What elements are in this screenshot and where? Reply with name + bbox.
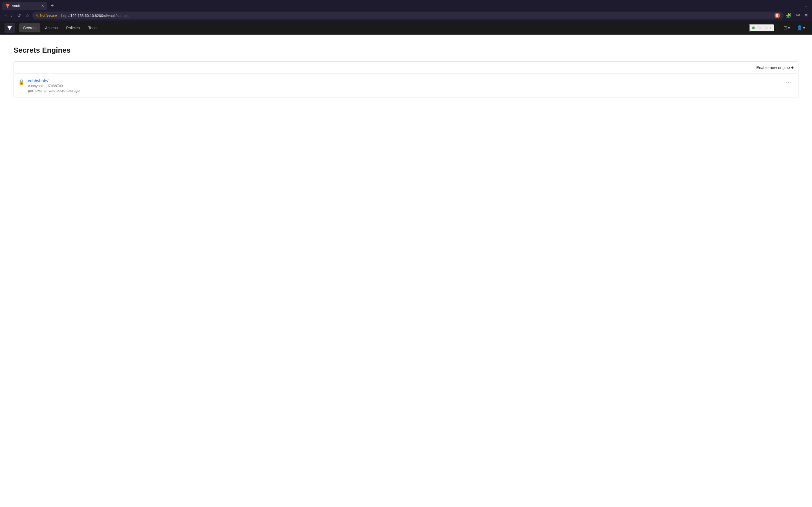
vault-nav: Secrets Access Policies Tools Status ▾ ⊡…	[0, 21, 812, 35]
engine-list: 🔒 cubbyhole/ cubbyhole_d7b887c0 per-toke…	[13, 74, 799, 98]
status-dot-icon	[752, 26, 755, 29]
engine-info: cubbyhole/ cubbyhole_d7b887c0 per-token …	[28, 78, 783, 93]
table-row: 🔒 cubbyhole/ cubbyhole_d7b887c0 per-toke…	[14, 74, 798, 97]
status-button[interactable]: Status ▾	[749, 24, 774, 32]
tab-close-button[interactable]: ×	[42, 4, 44, 8]
engine-id: cubbyhole_d7b887c0	[28, 83, 783, 88]
url-separator: |	[59, 13, 60, 18]
engine-name-link[interactable]: cubbyhole/	[28, 78, 49, 83]
url-prefix: http://	[61, 13, 70, 18]
browser-chrome: Vault × + ⌄ ‹ › ↺ ☆ ⚠ Not Secure | http:…	[0, 0, 812, 21]
display-icon: ⊡	[783, 25, 787, 31]
shields-button[interactable]: 👁	[795, 12, 802, 19]
engine-description: per-token private secret storage	[28, 89, 783, 93]
warning-icon: ⚠	[36, 13, 39, 18]
tab-title: Vault	[12, 4, 39, 8]
new-tab-button[interactable]: +	[49, 2, 56, 10]
url-port: :8200	[94, 13, 103, 18]
brave-shield-icon: B	[774, 13, 780, 18]
url-display: http://192.168.60.10:8200/ui/vault/secre…	[61, 13, 772, 18]
vault-logo[interactable]	[4, 23, 15, 33]
reload-button[interactable]: ↺	[15, 12, 22, 19]
enable-engine-label: Enable new engine	[756, 65, 790, 70]
main-content: Secrets Engines Enable new engine + 🔒 cu…	[0, 35, 812, 507]
vault-triangle-icon	[7, 25, 12, 30]
tab-bar: Vault × + ⌄	[0, 0, 812, 10]
browser-right-controls: 🧩 👁 ≡	[784, 12, 809, 19]
active-tab[interactable]: Vault ×	[2, 2, 47, 10]
display-options-button[interactable]: ⊡ ▾	[781, 24, 792, 32]
not-secure-label: Not Secure	[40, 13, 57, 17]
plus-icon: +	[791, 65, 794, 70]
status-dropdown-icon: ▾	[769, 25, 771, 30]
user-icon: 👤	[797, 25, 802, 31]
not-secure-indicator: ⚠ Not Secure	[36, 13, 57, 18]
nav-right: Status ▾ ⊡ ▾ 👤 ▾	[749, 24, 808, 32]
display-dropdown-icon: ▾	[788, 25, 790, 31]
user-menu-button[interactable]: 👤 ▾	[795, 24, 808, 32]
back-button[interactable]: ‹	[3, 12, 8, 19]
page-title: Secrets Engines	[13, 46, 799, 55]
nav-policies[interactable]: Policies	[62, 23, 84, 33]
engine-toolbar: Enable new engine +	[13, 61, 799, 74]
window-controls: ⌄	[802, 3, 810, 9]
url-path: /ui/vault/secrets	[103, 13, 129, 18]
status-label: Status	[756, 25, 768, 30]
bookmark-button[interactable]: ☆	[24, 12, 31, 19]
user-dropdown-icon: ▾	[803, 25, 805, 31]
page-wrapper: Secrets Engines Enable new engine + 🔒 cu…	[0, 35, 812, 507]
nav-tools[interactable]: Tools	[84, 23, 101, 33]
forward-button[interactable]: ›	[9, 12, 14, 19]
nav-secrets[interactable]: Secrets	[19, 23, 40, 33]
engine-menu-button[interactable]: ···	[783, 78, 794, 87]
address-bar[interactable]: ⚠ Not Secure | http://192.168.60.10:8200…	[32, 11, 783, 19]
enable-new-engine-button[interactable]: Enable new engine +	[756, 65, 794, 70]
lock-icon: 🔒	[18, 79, 24, 85]
url-host: 192.168.60.10	[70, 13, 94, 18]
extensions-button[interactable]: 🧩	[784, 12, 793, 19]
nav-divider	[777, 24, 778, 31]
tab-favicon	[6, 4, 10, 8]
nav-links: Secrets Access Policies Tools	[19, 23, 749, 33]
nav-access[interactable]: Access	[41, 23, 61, 33]
browser-controls: ‹ › ↺ ☆ ⚠ Not Secure | http://192.168.60…	[0, 10, 812, 21]
menu-button[interactable]: ≡	[804, 12, 809, 19]
